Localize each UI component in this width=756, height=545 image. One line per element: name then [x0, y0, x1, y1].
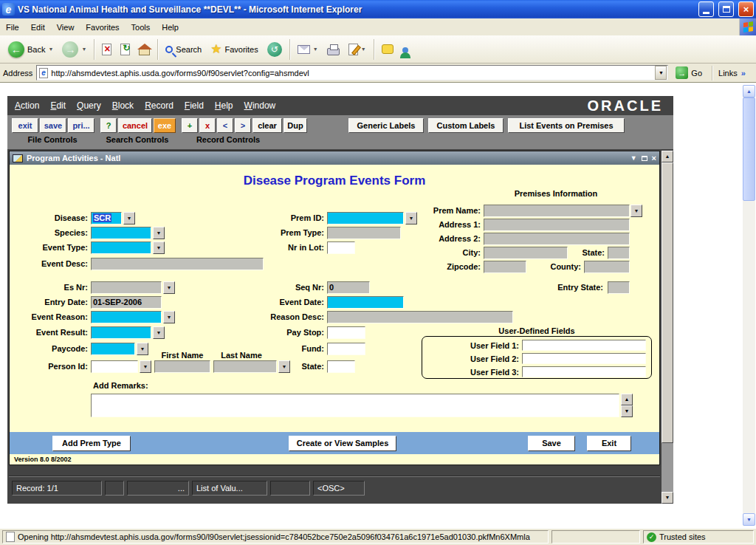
delete-record-button[interactable]: x — [199, 118, 216, 133]
edit-button[interactable]: ▼ — [345, 38, 370, 61]
close-button[interactable]: × — [738, 1, 754, 17]
query-help-button[interactable]: ? — [100, 118, 117, 133]
previous-record-button[interactable]: < — [217, 118, 233, 133]
entry-date-label: Entry Date: — [11, 298, 88, 306]
execute-query-button[interactable]: exe — [154, 118, 176, 133]
oracle-menu-query[interactable]: Query — [77, 100, 101, 111]
form-close-icon[interactable]: × — [652, 154, 656, 162]
event-reason-dropdown-button[interactable]: ▼ — [163, 311, 175, 323]
go-button[interactable]: → Go — [672, 64, 706, 82]
paycode-field[interactable] — [91, 343, 135, 355]
address-url[interactable]: http://ahsmdevtest.aphis.usda.gov/forms9… — [51, 69, 652, 78]
exit-toolbar-button[interactable]: exit — [12, 118, 38, 133]
save-button[interactable]: Save — [528, 436, 575, 451]
prem-id-field[interactable] — [327, 212, 404, 224]
messenger-button[interactable] — [399, 38, 412, 61]
save-toolbar-button[interactable]: save — [40, 118, 66, 133]
prem-name-dropdown-button[interactable]: ▼ — [630, 205, 642, 217]
event-desc-label: Event Desc: — [11, 259, 88, 268]
menu-file[interactable]: File — [0, 20, 25, 35]
print-toolbar-button[interactable]: pri... — [68, 118, 94, 133]
search-button[interactable]: Search — [162, 38, 205, 61]
browser-scroll-up-button[interactable]: ▲ — [743, 85, 755, 97]
browser-scroll-down-button[interactable]: ▼ — [743, 513, 755, 526]
insert-record-button[interactable]: + — [182, 118, 198, 133]
pay-stop-field[interactable] — [327, 326, 365, 339]
refresh-button[interactable]: ↻ — [117, 38, 134, 61]
applet-scrollbar-thumb[interactable] — [662, 162, 673, 443]
remarks-scroll-up-button[interactable]: ▲ — [621, 394, 633, 405]
clear-record-button[interactable]: clear — [252, 118, 282, 133]
toolbar-separator — [289, 39, 290, 60]
forward-button[interactable]: → ▼ — [58, 38, 90, 61]
nr-in-lot-field[interactable] — [327, 241, 355, 254]
exit-button[interactable]: Exit — [587, 436, 631, 451]
user-field3-input[interactable] — [522, 366, 646, 377]
es-nr-dropdown-button[interactable]: ▼ — [163, 281, 175, 294]
minimize-button[interactable] — [698, 1, 714, 17]
oracle-menu-window[interactable]: Window — [244, 100, 276, 111]
event-result-dropdown-button[interactable]: ▼ — [153, 326, 165, 339]
person-id-dropdown-button[interactable]: ▼ — [140, 360, 151, 373]
restore-button[interactable] — [718, 1, 734, 17]
oracle-menu-record[interactable]: Record — [145, 100, 173, 111]
user-field1-input[interactable] — [522, 340, 646, 351]
form-restore-icon[interactable] — [642, 156, 647, 161]
event-result-field[interactable] — [91, 326, 151, 339]
oracle-menu-edit[interactable]: Edit — [50, 100, 66, 111]
event-type-field[interactable] — [91, 241, 151, 254]
oracle-menu-action[interactable]: Action — [15, 100, 39, 111]
address-input[interactable]: http://ahsmdevtest.aphis.usda.gov/forms9… — [36, 65, 668, 80]
cancel-query-button[interactable]: cancel — [118, 118, 152, 133]
applet-scrollbar[interactable]: ▲ ▼ — [662, 151, 673, 504]
custom-labels-button[interactable]: Custom Labels — [428, 118, 504, 133]
form-minimize-icon[interactable]: ▼ — [630, 154, 637, 162]
favorites-button[interactable]: ★ Favorites — [207, 38, 262, 61]
applet-scroll-up-button[interactable]: ▲ — [662, 151, 673, 162]
links-label[interactable]: Links — [718, 69, 738, 78]
menu-help[interactable]: Help — [156, 20, 185, 35]
event-type-dropdown-button[interactable]: ▼ — [153, 241, 165, 254]
add-prem-type-button[interactable]: Add Prem Type — [52, 436, 131, 451]
disease-dropdown-button[interactable]: ▼ — [123, 212, 135, 224]
back-button[interactable]: ← Back ▼ — [4, 38, 57, 61]
create-or-view-samples-button[interactable]: Create or View Samples — [289, 436, 396, 451]
stop-button[interactable]: × — [98, 38, 115, 61]
duplicate-record-button[interactable]: Dup — [284, 118, 307, 133]
form-window-titlebar[interactable]: Program Activities - Natl ▼ × — [10, 151, 659, 165]
list-events-on-premises-button[interactable]: List Events on Premises — [508, 118, 625, 133]
browser-scrollbar[interactable]: ▲ ▼ — [743, 85, 755, 526]
remarks-scroll-down-button[interactable]: ▼ — [621, 405, 633, 417]
history-button[interactable]: ↺ — [264, 38, 286, 61]
menu-tools[interactable]: Tools — [126, 20, 157, 35]
mail-button[interactable]: ▼ — [294, 38, 322, 61]
browser-scrollbar-thumb[interactable] — [743, 97, 755, 201]
person-state-field[interactable] — [327, 360, 355, 373]
menu-view[interactable]: View — [51, 20, 80, 35]
program-activities-window: Program Activities - Natl ▼ × Disease Pr… — [9, 151, 660, 465]
generic-labels-button[interactable]: Generic Labels — [348, 118, 424, 133]
discuss-button[interactable] — [378, 38, 397, 61]
species-dropdown-button[interactable]: ▼ — [153, 227, 165, 239]
person-id-field[interactable] — [91, 360, 138, 373]
menu-edit[interactable]: Edit — [25, 20, 51, 35]
next-record-button[interactable]: > — [235, 118, 251, 133]
oracle-menu-help[interactable]: Help — [215, 100, 233, 111]
user-field2-input[interactable] — [522, 353, 646, 364]
event-date-field[interactable] — [327, 296, 404, 309]
print-button[interactable] — [323, 38, 343, 61]
paycode-dropdown-button[interactable]: ▼ — [137, 343, 148, 355]
event-reason-field[interactable] — [91, 311, 162, 323]
species-field[interactable] — [91, 227, 151, 239]
menu-favorites[interactable]: Favorites — [80, 20, 125, 35]
oracle-menu-block[interactable]: Block — [112, 100, 134, 111]
add-remarks-textarea[interactable] — [91, 394, 619, 417]
disease-field[interactable]: SCR — [91, 212, 122, 224]
address-dropdown-button[interactable]: ▼ — [655, 66, 667, 80]
applet-scroll-down-button[interactable]: ▼ — [662, 492, 673, 504]
oracle-menu-field[interactable]: Field — [185, 100, 204, 111]
links-chevron-icon[interactable]: » — [741, 69, 746, 78]
pay-stop-label: Pay Stop: — [253, 328, 324, 337]
fund-field[interactable] — [327, 343, 365, 355]
home-button[interactable] — [135, 38, 154, 61]
